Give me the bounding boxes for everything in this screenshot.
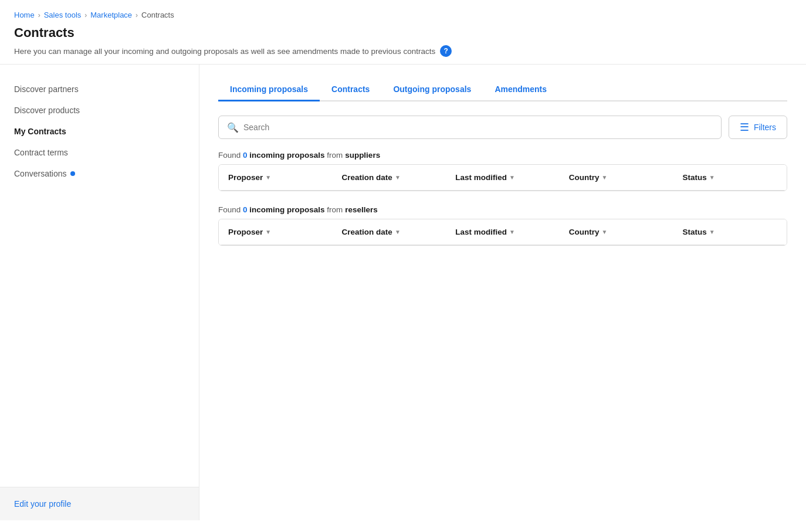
resellers-source: resellers xyxy=(345,205,378,214)
tab-amendments[interactable]: Amendments xyxy=(483,79,558,101)
sidebar-item-label: Discover partners xyxy=(14,84,79,94)
breadcrumb-sep-1: › xyxy=(38,11,40,19)
tab-contracts[interactable]: Contracts xyxy=(320,79,381,101)
tabs: Incoming proposals Contracts Outgoing pr… xyxy=(218,79,787,101)
suppliers-result-mid: incoming proposals xyxy=(249,151,324,160)
sort-arrow: ▼ xyxy=(509,174,515,181)
sort-arrow: ▼ xyxy=(509,229,515,235)
resellers-col-proposer[interactable]: Proposer ▼ xyxy=(219,219,333,245)
suppliers-col-last-modified[interactable]: Last modified ▼ xyxy=(446,165,560,190)
sidebar-item-discover-products[interactable]: Discover products xyxy=(14,100,185,121)
resellers-col-creation-date[interactable]: Creation date ▼ xyxy=(333,219,446,245)
sort-arrow: ▼ xyxy=(602,229,608,235)
resellers-col-last-modified[interactable]: Last modified ▼ xyxy=(446,219,560,245)
notification-dot xyxy=(70,171,75,176)
filters-icon: ☰ xyxy=(740,121,749,134)
resellers-col-country[interactable]: Country ▼ xyxy=(560,219,673,245)
resellers-result-text: Found 0 incoming proposals from reseller… xyxy=(218,205,787,214)
suppliers-col-country[interactable]: Country ▼ xyxy=(560,165,673,190)
search-input[interactable] xyxy=(243,123,713,132)
resellers-col-status[interactable]: Status ▼ xyxy=(673,219,787,245)
sort-arrow: ▼ xyxy=(602,174,608,181)
breadcrumb: Home › Sales tools › Marketplace › Contr… xyxy=(14,11,792,19)
sort-arrow: ▼ xyxy=(265,174,271,181)
sidebar-item-discover-partners[interactable]: Discover partners xyxy=(14,79,185,100)
sidebar-footer: Edit your profile xyxy=(0,487,199,520)
suppliers-col-status[interactable]: Status ▼ xyxy=(673,165,787,190)
sort-arrow: ▼ xyxy=(265,229,271,235)
layout: Discover partners Discover products My C… xyxy=(0,65,806,520)
sidebar-item-label: Discover products xyxy=(14,106,80,115)
suppliers-table-header: Proposer ▼ Creation date ▼ Last modified… xyxy=(219,165,787,191)
description-text: Here you can manage all your incoming an… xyxy=(14,47,435,56)
sort-arrow: ▼ xyxy=(709,229,715,235)
sidebar-item-my-contracts[interactable]: My Contracts xyxy=(14,121,185,142)
sidebar-item-label: My Contracts xyxy=(14,127,66,136)
resellers-table: Proposer ▼ Creation date ▼ Last modified… xyxy=(218,219,787,246)
breadcrumb-sep-3: › xyxy=(136,11,138,19)
search-icon: 🔍 xyxy=(227,122,239,133)
suppliers-col-proposer[interactable]: Proposer ▼ xyxy=(219,165,333,190)
sidebar-item-contract-terms[interactable]: Contract terms xyxy=(14,142,185,163)
main-content: Incoming proposals Contracts Outgoing pr… xyxy=(199,65,806,520)
tab-incoming-proposals[interactable]: Incoming proposals xyxy=(218,79,320,101)
sidebar-nav: Discover partners Discover products My C… xyxy=(0,79,199,487)
header: Home › Sales tools › Marketplace › Contr… xyxy=(0,0,806,65)
resellers-count: 0 xyxy=(243,205,248,214)
page-title: Contracts xyxy=(14,25,792,40)
filters-button[interactable]: ☰ Filters xyxy=(729,116,787,139)
breadcrumb-home[interactable]: Home xyxy=(14,11,35,19)
search-box: 🔍 xyxy=(218,116,722,139)
sidebar-item-conversations[interactable]: Conversations xyxy=(14,163,185,184)
sidebar: Discover partners Discover products My C… xyxy=(0,65,199,520)
edit-profile-link[interactable]: Edit your profile xyxy=(14,499,71,509)
page-description: Here you can manage all your incoming an… xyxy=(14,45,792,57)
breadcrumb-sep-2: › xyxy=(84,11,87,19)
sort-arrow: ▼ xyxy=(395,229,401,235)
suppliers-result-text: Found 0 incoming proposals from supplier… xyxy=(218,151,787,160)
sort-arrow: ▼ xyxy=(395,174,401,181)
breadcrumb-marketplace[interactable]: Marketplace xyxy=(90,11,132,19)
search-row: 🔍 ☰ Filters xyxy=(218,116,787,139)
sidebar-item-label: Contract terms xyxy=(14,148,68,157)
resellers-table-header: Proposer ▼ Creation date ▼ Last modified… xyxy=(219,219,787,245)
sidebar-item-label: Conversations xyxy=(14,169,67,178)
help-icon[interactable]: ? xyxy=(440,45,452,57)
suppliers-table: Proposer ▼ Creation date ▼ Last modified… xyxy=(218,164,787,191)
resellers-result-mid: incoming proposals xyxy=(249,205,324,214)
breadcrumb-sales-tools[interactable]: Sales tools xyxy=(44,11,82,19)
tab-outgoing-proposals[interactable]: Outgoing proposals xyxy=(381,79,483,101)
sort-arrow: ▼ xyxy=(709,174,715,181)
suppliers-count: 0 xyxy=(243,151,248,160)
suppliers-source: suppliers xyxy=(345,151,380,160)
suppliers-col-creation-date[interactable]: Creation date ▼ xyxy=(333,165,446,190)
breadcrumb-contracts: Contracts xyxy=(141,11,174,19)
filters-label: Filters xyxy=(754,123,776,132)
